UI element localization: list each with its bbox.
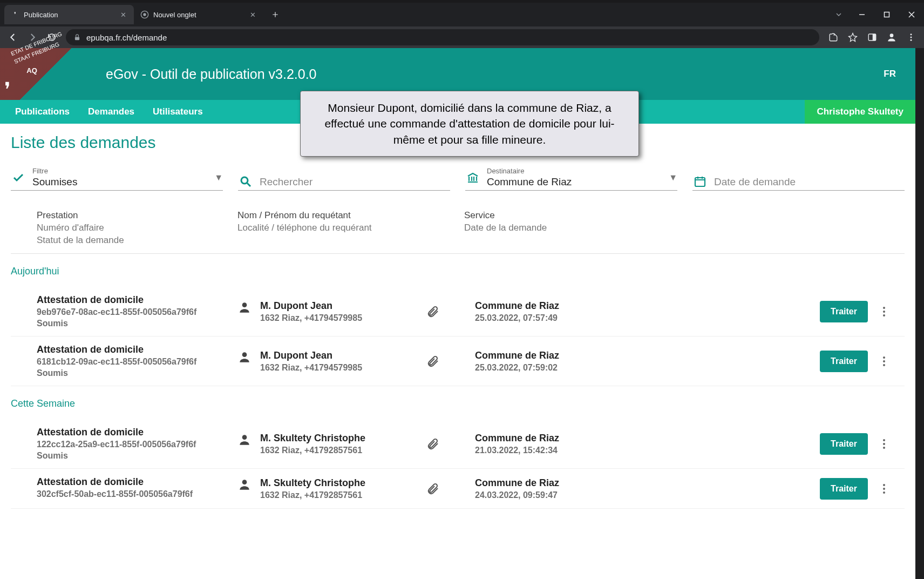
filter-date[interactable]: Date de demande (692, 175, 905, 191)
col-affaire: Numéro d'affaire (37, 223, 237, 233)
svg-point-9 (911, 39, 912, 41)
request-row[interactable]: Attestation de domicile 6181cb12-09ac-ec… (11, 336, 905, 386)
person-icon (237, 300, 252, 314)
request-row[interactable]: Attestation de domicile 302cf5cf-50ab-ec… (11, 469, 905, 509)
filter-destinataire[interactable]: Destinataire Commune de Riaz ▼ (465, 167, 677, 191)
row-menu-button[interactable] (878, 439, 891, 449)
statut: Soumis (37, 368, 237, 378)
svg-rect-11 (695, 178, 705, 186)
svg-point-13 (242, 352, 247, 357)
tab-title: Publication (24, 11, 114, 19)
sidepanel-icon[interactable] (864, 29, 881, 46)
share-icon[interactable] (825, 29, 842, 46)
filter-status[interactable]: Filtre Soumises ▼ (11, 167, 223, 191)
statut: Soumis (37, 319, 237, 328)
date: 25.03.2022, 07:59:02 (475, 363, 637, 373)
service: Commune de Riaz (475, 350, 637, 361)
traiter-button[interactable]: Traiter (820, 351, 868, 372)
svg-point-7 (911, 33, 912, 35)
date: 24.03.2022, 09:59:47 (475, 490, 637, 500)
service: Commune de Riaz (475, 300, 637, 312)
col-prestation: Prestation (37, 210, 237, 221)
maximize-button[interactable] (874, 3, 899, 26)
filter-value: Soumises (32, 176, 208, 188)
svg-point-1 (143, 13, 146, 16)
prestation: Attestation de domicile (37, 294, 237, 306)
traiter-button[interactable]: Traiter (820, 301, 868, 322)
back-button[interactable] (4, 29, 22, 46)
browser-toolbar: epubqa.fr.ch/demande (0, 26, 924, 48)
filter-value: Commune de Riaz (487, 176, 662, 188)
menu-icon[interactable] (902, 29, 920, 46)
requerant-loc: 1632 Riaz, +41792857561 (260, 490, 365, 500)
col-nom: Nom / Prénom du requétant (237, 210, 464, 221)
state-ribbon: ETAT DE FRIBOURG STAAT FREIBURG (0, 48, 97, 100)
close-icon[interactable]: ✕ (248, 10, 257, 19)
col-service: Service (464, 210, 658, 221)
prestation: Attestation de domicile (37, 344, 237, 355)
bookmark-icon[interactable] (844, 29, 861, 46)
person-icon (237, 477, 252, 492)
request-row[interactable]: Attestation de domicile 122cc12a-25a9-ec… (11, 419, 905, 469)
attachment-icon[interactable] (426, 354, 439, 369)
row-menu-button[interactable] (878, 307, 891, 317)
svg-rect-3 (75, 37, 79, 40)
attachment-icon[interactable] (426, 436, 439, 452)
requerant-loc: 1632 Riaz, +41794579985 (260, 313, 362, 323)
tab-favicon-icon (140, 10, 149, 19)
svg-point-10 (241, 177, 248, 184)
logo-icon: ❜ (4, 78, 11, 101)
requerant-nom: M. Skultety Christophe (260, 433, 365, 444)
url-text: epubqa.fr.ch/demande (86, 33, 167, 42)
nav-demandes[interactable]: Demandes (88, 106, 134, 117)
app-title: eGov - Outil de publication v3.2.0.0 (106, 66, 317, 82)
filter-label: Filtre (32, 167, 208, 175)
search-icon (238, 175, 253, 188)
nav-utilisateurs[interactable]: Utilisateurs (153, 106, 203, 117)
close-window-button[interactable] (899, 3, 924, 26)
affaire-id: 6181cb12-09ac-ec11-855f-005056a79f6f (37, 357, 237, 367)
search-input[interactable]: Rechercher (238, 175, 450, 191)
col-date: Date de la demande (464, 223, 658, 233)
affaire-id: 9eb976e7-08ac-ec11-855f-005056a79f6f (37, 307, 237, 317)
traiter-button[interactable]: Traiter (820, 478, 868, 500)
reload-button[interactable] (43, 29, 60, 46)
app-content: ETAT DE FRIBOURG STAAT FREIBURG ❜ AQ eGo… (0, 48, 915, 579)
address-bar[interactable]: epubqa.fr.ch/demande (66, 29, 819, 45)
attachment-icon[interactable] (426, 304, 439, 319)
date: 25.03.2022, 07:57:49 (475, 313, 637, 323)
user-name: Christophe Skultety (817, 106, 903, 117)
prestation: Attestation de domicile (37, 476, 237, 488)
table-header: Prestation Numéro d'affaire Statut de la… (11, 205, 905, 254)
svg-rect-5 (873, 34, 876, 41)
person-icon (237, 350, 252, 364)
affaire-id: 122cc12a-25a9-ec11-855f-005056a79f6f (37, 440, 237, 449)
svg-point-8 (911, 37, 912, 38)
tab-search-icon[interactable] (834, 3, 843, 26)
browser-tab-active[interactable]: ❜ Publication ✕ (4, 5, 134, 24)
profile-icon[interactable] (883, 29, 900, 46)
minimize-button[interactable] (850, 3, 874, 26)
request-row[interactable]: Attestation de domicile 9eb976e7-08ac-ec… (11, 287, 905, 336)
filter-label: Destinataire (487, 167, 662, 175)
row-menu-button[interactable] (878, 356, 891, 366)
service: Commune de Riaz (475, 477, 637, 489)
row-menu-button[interactable] (878, 484, 891, 494)
calendar-icon (692, 175, 708, 188)
institution-icon (465, 171, 480, 184)
language-switcher[interactable]: FR (884, 69, 896, 79)
close-icon[interactable]: ✕ (119, 10, 127, 19)
nav-publications[interactable]: Publications (15, 106, 70, 117)
forward-button[interactable] (24, 29, 41, 46)
chevron-down-icon: ▼ (669, 173, 677, 183)
search-placeholder: Rechercher (260, 176, 450, 188)
user-chip[interactable]: Christophe Skultety (805, 100, 915, 124)
group-today: Aujourd'hui (11, 266, 905, 277)
env-badge: AQ (24, 62, 40, 78)
requerant-loc: 1632 Riaz, +41794579985 (260, 363, 362, 373)
traiter-button[interactable]: Traiter (820, 433, 868, 455)
new-tab-button[interactable] (268, 7, 283, 22)
person-icon (237, 433, 252, 447)
attachment-icon[interactable] (426, 481, 439, 496)
browser-tab[interactable]: Nouvel onglet ✕ (134, 5, 263, 24)
